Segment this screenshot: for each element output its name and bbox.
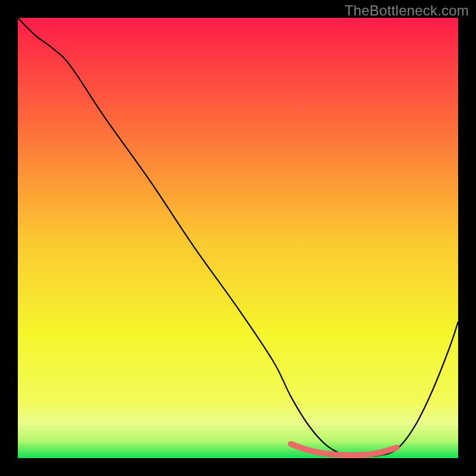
chart-svg xyxy=(18,18,458,458)
watermark-text: TheBottleneck.com xyxy=(345,2,469,19)
plot-area xyxy=(18,18,458,458)
gradient-background xyxy=(18,18,458,458)
chart-frame: TheBottleneck.com xyxy=(0,0,476,476)
